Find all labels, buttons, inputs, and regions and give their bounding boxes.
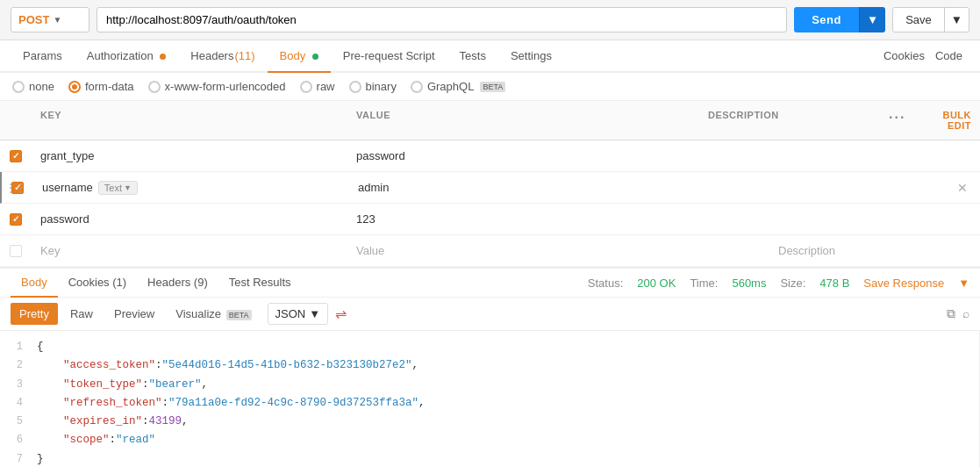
radio-raw[interactable] xyxy=(300,81,312,93)
row3-value[interactable]: 123 xyxy=(347,207,769,231)
row2-delete[interactable]: ✕ xyxy=(945,176,980,200)
save-response-button[interactable]: Save Response xyxy=(863,277,944,290)
tab-authorization[interactable]: Authorization xyxy=(75,40,179,71)
col-bulk-edit[interactable]: Bulk Edit xyxy=(910,106,980,134)
save-dropdown-button[interactable]: ▼ xyxy=(944,8,969,32)
save-button[interactable]: Save xyxy=(893,8,944,32)
json-line-3: 3 "token_type" : "bearer" , xyxy=(0,376,979,394)
option-none[interactable]: none xyxy=(12,80,54,93)
empty-check xyxy=(0,241,32,261)
col-check xyxy=(0,106,32,134)
url-input[interactable] xyxy=(97,7,787,32)
fmt-tab-pretty[interactable]: Pretty xyxy=(11,303,58,325)
empty-value-input[interactable]: Value xyxy=(347,239,769,262)
row3-key[interactable]: password xyxy=(32,207,347,231)
json-output: 1 { 2 "access_token" : "5e44d016-14d5-41… xyxy=(0,331,980,467)
json-colon: : xyxy=(142,413,149,431)
tab-params[interactable]: Params xyxy=(11,40,75,71)
radio-binary[interactable] xyxy=(349,81,361,93)
row3-desc[interactable] xyxy=(769,214,945,225)
json-colon: : xyxy=(162,394,169,413)
cookies-link[interactable]: Cookies xyxy=(883,49,925,62)
option-form-data[interactable]: form-data xyxy=(68,80,134,93)
json-value: "bearer" xyxy=(149,376,202,394)
response-tabs-bar: Body Cookies (1) Headers (9) Test Result… xyxy=(0,267,980,298)
row1-delete xyxy=(945,151,980,162)
row1-value[interactable]: password xyxy=(347,144,769,168)
empty-checkbox[interactable] xyxy=(10,245,22,257)
radio-graphql[interactable] xyxy=(411,81,423,93)
line-num: 4 xyxy=(11,394,37,413)
type-selector[interactable]: Text ▼ xyxy=(98,181,138,195)
tab-prerequest[interactable]: Pre-request Script xyxy=(331,40,447,71)
wrap-icon[interactable]: ⇌ xyxy=(335,305,347,322)
more-options-icon[interactable]: ··· xyxy=(883,110,911,125)
table-row: ⋮⋮ username Text ▼ admin ✕ xyxy=(0,172,980,204)
json-key: "refresh_token" xyxy=(63,394,162,413)
json-value: 43199 xyxy=(149,413,182,431)
row1-checkbox[interactable] xyxy=(10,150,22,162)
time-value: 560ms xyxy=(732,277,766,290)
json-indent xyxy=(37,356,63,375)
send-button[interactable]: Send xyxy=(794,7,859,32)
col-more: ··· xyxy=(875,106,910,134)
response-status-area: Status: 200 OK Time: 560ms Size: 478 B S… xyxy=(588,277,969,290)
response-tab-body[interactable]: Body xyxy=(11,269,58,298)
copy-icon[interactable]: ⧉ xyxy=(947,306,955,321)
json-indent xyxy=(37,394,63,413)
empty-desc-input[interactable]: Description xyxy=(769,239,945,262)
radio-form-data[interactable] xyxy=(68,81,81,93)
app-container: POST ▼ Send ▼ Save ▼ Params Authorizatio… xyxy=(0,0,980,467)
tab-body[interactable]: Body xyxy=(268,40,331,73)
row3-check xyxy=(0,210,32,229)
line-num: 3 xyxy=(11,376,37,394)
response-tab-testresults[interactable]: Test Results xyxy=(218,269,302,298)
row1-key[interactable]: grant_type xyxy=(32,144,347,168)
radio-none[interactable] xyxy=(12,81,25,93)
response-tab-cookies[interactable]: Cookies (1) xyxy=(58,269,137,298)
json-text: } xyxy=(37,450,44,468)
graphql-beta-badge: BETA xyxy=(480,82,505,92)
size-label: Size: xyxy=(780,277,805,290)
format-type-selector[interactable]: JSON ▼ xyxy=(268,303,329,325)
save-response-dropdown[interactable]: ▼ xyxy=(958,277,969,290)
fmt-tab-preview[interactable]: Preview xyxy=(105,303,163,325)
radio-urlencoded[interactable] xyxy=(148,81,161,93)
body-type-options: none form-data x-www-form-urlencoded raw… xyxy=(0,73,980,101)
row3-checkbox[interactable] xyxy=(10,213,22,226)
json-colon: : xyxy=(110,431,117,449)
option-binary[interactable]: binary xyxy=(349,80,397,93)
status-value: 200 OK xyxy=(637,277,676,290)
fmt-tab-raw[interactable]: Raw xyxy=(61,303,102,325)
option-raw[interactable]: raw xyxy=(300,80,335,93)
method-selector[interactable]: POST ▼ xyxy=(11,7,89,32)
authorization-dot xyxy=(160,54,166,60)
search-icon[interactable]: ⌕ xyxy=(962,306,969,321)
visualize-beta: BETA xyxy=(226,310,252,320)
json-text: { xyxy=(37,338,44,356)
empty-key-input[interactable]: Key xyxy=(32,239,347,262)
response-tab-headers[interactable]: Headers (9) xyxy=(137,269,218,298)
tab-tests[interactable]: Tests xyxy=(447,40,498,71)
tab-headers[interactable]: Headers(11) xyxy=(178,40,267,71)
option-urlencoded[interactable]: x-www-form-urlencoded xyxy=(148,80,286,93)
json-key: "token_type" xyxy=(63,376,142,394)
row2-desc[interactable] xyxy=(769,183,945,193)
row1-desc[interactable] xyxy=(769,151,945,162)
code-link[interactable]: Code xyxy=(935,49,962,62)
send-dropdown-button[interactable]: ▼ xyxy=(859,7,885,32)
json-value: "read" xyxy=(116,431,155,449)
tab-settings[interactable]: Settings xyxy=(498,40,564,71)
row2-value[interactable]: admin xyxy=(349,176,769,199)
option-graphql[interactable]: GraphQL BETA xyxy=(411,80,505,93)
row3-delete xyxy=(945,214,980,225)
method-label: POST xyxy=(18,13,49,26)
fmt-tab-visualize[interactable]: Visualize BETA xyxy=(167,303,260,325)
body-dot xyxy=(312,54,318,60)
drag-handle-icon: ⋮⋮ xyxy=(5,182,26,194)
line-num: 1 xyxy=(11,338,37,356)
params-table: KEY VALUE DESCRIPTION ··· Bulk Edit gran… xyxy=(0,101,980,267)
json-indent xyxy=(37,413,63,431)
row2-key[interactable]: username Text ▼ xyxy=(33,176,349,200)
empty-delete xyxy=(945,246,980,256)
